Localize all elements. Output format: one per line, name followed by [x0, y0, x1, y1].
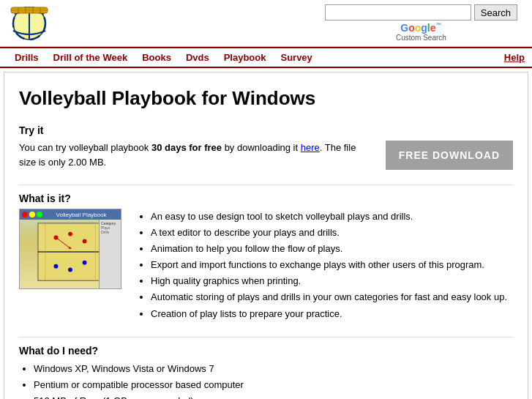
svg-point-17: [83, 261, 87, 265]
svg-point-16: [68, 268, 72, 272]
nav-drills[interactable]: Drills: [7, 52, 46, 63]
features-list: An easy to use design tool to sketch vol…: [136, 209, 507, 322]
what-do-section: What do I need? Windows XP, Windows Vist…: [19, 345, 513, 399]
search-input[interactable]: [325, 4, 471, 20]
svg-point-15: [53, 264, 58, 269]
page-title: Volleyball Playbook for Windows: [19, 87, 513, 110]
nav-drill-of-week[interactable]: Drill of the Week: [46, 52, 135, 63]
download-link[interactable]: here: [301, 142, 320, 153]
custom-search-label: Custom Search: [396, 34, 446, 42]
list-item: Creation of play lists to prepare your p…: [151, 306, 507, 322]
list-item: A text editor to describe your plays and…: [151, 225, 507, 241]
list-item: 512 MB of Ram (1 GB recommended): [34, 393, 513, 399]
free-download-button[interactable]: FREE DOWNLOAD: [386, 141, 513, 170]
try-it-section-title: Try it: [19, 124, 513, 136]
logo-icon: [7, 3, 51, 43]
nav-survey[interactable]: Survey: [273, 52, 319, 63]
software-screenshot: Volleyball Playbook: [19, 209, 121, 289]
search-button[interactable]: Search: [474, 4, 517, 20]
requirements-list: Windows XP, Windows Vista or Windows 7 P…: [19, 361, 513, 399]
try-it-section: You can try volleyball playbook 30 days …: [19, 141, 513, 170]
google-branding: Google™ Custom Search: [396, 22, 446, 42]
search-form: Search: [325, 4, 517, 20]
list-item: Pentium or compatible processor based co…: [34, 377, 513, 393]
logo-area: [7, 3, 51, 43]
search-area: Search Google™ Custom Search: [325, 4, 517, 42]
list-item: Animation to help you follow the flow of…: [151, 241, 507, 257]
list-item: Automatic storing of plays and drills in…: [151, 289, 507, 305]
try-it-bold: 30 days for free: [151, 142, 222, 153]
list-item: Windows XP, Windows Vista or Windows 7: [34, 361, 513, 377]
nav-books[interactable]: Books: [135, 52, 179, 63]
nav-help[interactable]: Help: [504, 52, 525, 63]
nav-playbook[interactable]: Playbook: [217, 52, 274, 63]
what-is-section-title: What is it?: [19, 193, 513, 204]
list-item: An easy to use design tool to sketch vol…: [151, 209, 507, 225]
navbar: Drills Drill of the Week Books Dvds Play…: [0, 47, 532, 68]
list-item: High quality graphics when printing.: [151, 273, 507, 289]
try-it-text: You can try volleyball playbook 30 days …: [19, 141, 371, 169]
what-is-section: Volleyball Playbook: [19, 209, 513, 322]
svg-point-13: [68, 232, 72, 236]
list-item: Export and import functions to exchange …: [151, 257, 507, 273]
what-do-section-title: What do I need?: [19, 345, 513, 357]
svg-point-14: [83, 239, 87, 243]
header: Search Google™ Custom Search: [0, 0, 532, 47]
nav-dvds[interactable]: Dvds: [179, 52, 217, 63]
main-content: Volleyball Playbook for Windows Try it Y…: [4, 72, 528, 399]
